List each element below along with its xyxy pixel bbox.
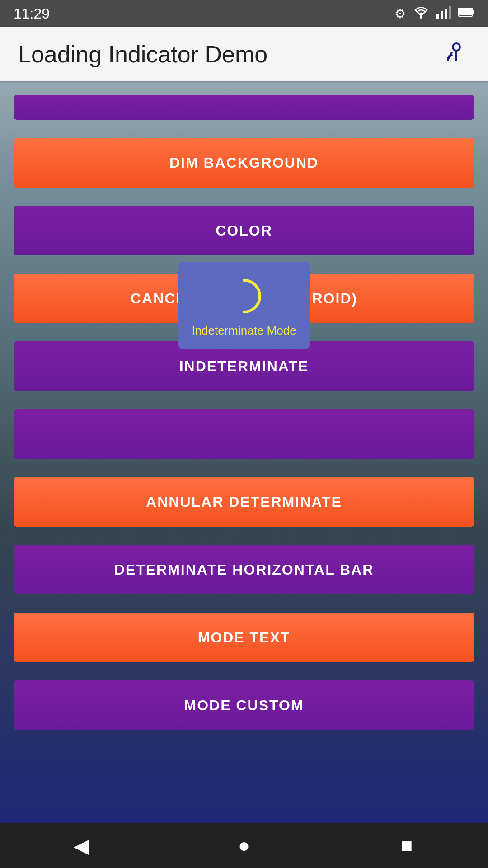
svg-rect-1 — [436, 14, 439, 19]
wifi-icon — [413, 6, 429, 22]
nav-back-button[interactable]: ◀ — [63, 827, 99, 863]
mode-custom-button[interactable]: MODE CUSTOM — [14, 680, 474, 730]
svg-rect-7 — [459, 9, 472, 15]
loading-spinner — [224, 276, 264, 316]
svg-point-0 — [420, 16, 422, 19]
annular-determinate-button[interactable]: ANNULAR DETERMINATE — [14, 477, 474, 527]
status-bar: 11:29 ⚙ — [0, 0, 488, 27]
app-bar: Loading Indicator Demo — [0, 27, 488, 81]
svg-rect-3 — [445, 9, 447, 19]
indeterminate-popup: Indeterminate Mode — [178, 262, 310, 349]
spinner-container — [224, 276, 264, 316]
svg-point-9 — [228, 280, 260, 312]
nav-home-button[interactable]: ● — [226, 827, 262, 863]
page-title: Loading Indicator Demo — [18, 41, 267, 68]
settings-icon: ⚙ — [394, 6, 406, 21]
dim-background-button[interactable]: DIM BACKGROUND — [14, 138, 474, 188]
svg-rect-2 — [441, 11, 443, 19]
nav-bar: ◀ ● ■ — [0, 823, 488, 868]
indeterminate-button[interactable]: INDETERMINATE — [14, 341, 474, 391]
color-button[interactable]: COLOR — [14, 206, 474, 255]
signal-icon — [436, 6, 451, 22]
svg-rect-4 — [449, 6, 451, 19]
status-time: 11:29 — [14, 5, 50, 22]
below-popup-button[interactable] — [14, 409, 474, 459]
status-icons: ⚙ — [394, 6, 474, 22]
battery-icon — [458, 6, 474, 21]
svg-rect-6 — [473, 10, 474, 14]
nav-recent-button[interactable]: ■ — [389, 827, 425, 863]
content-area: DIM BACKGROUND COLOR CANCEL LOADER (ANDR… — [0, 81, 488, 823]
mode-text-button[interactable]: MODE TEXT — [14, 613, 474, 662]
popup-label: Indeterminate Mode — [192, 324, 296, 338]
determinate-horizontal-bar-button[interactable]: DETERMINATE HORIZONTAL BAR — [14, 545, 474, 594]
svg-point-8 — [453, 43, 460, 51]
btn-partial-top[interactable] — [14, 95, 474, 120]
menu-icon[interactable] — [443, 38, 470, 71]
